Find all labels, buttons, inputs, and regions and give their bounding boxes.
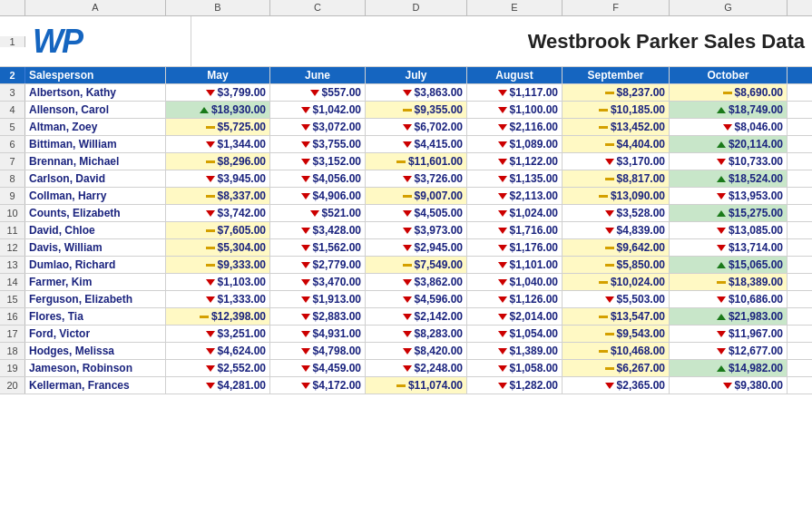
- spreadsheet: A B C D E F G 1 WP Westbrook Parker Sale…: [0, 0, 812, 394]
- cell-inner: $3,152.00: [274, 155, 361, 168]
- cell-inner: $1,100.00: [471, 103, 558, 116]
- down-icon: [403, 124, 412, 131]
- down-icon: [498, 262, 507, 268]
- table-row: 17Ford, Victor$3,251.00$4,931.00$8,283.0…: [0, 326, 812, 343]
- cell-value: $3,170.00: [617, 155, 665, 168]
- cell-inner: $11,967.00: [673, 327, 783, 340]
- cell-inner: $1,344.00: [170, 138, 266, 151]
- cell-inner: $3,799.00: [170, 86, 266, 99]
- cell-value: $13,953.00: [729, 189, 783, 202]
- cell-inner: $4,798.00: [274, 345, 361, 357]
- row-num-18: 18: [0, 343, 25, 359]
- row-num-16: 16: [0, 308, 25, 325]
- value-cell: $1,333.00: [166, 291, 270, 307]
- col-header-b: B: [166, 0, 270, 15]
- cell-inner: $13,090.00: [566, 189, 665, 202]
- cell-value: $18,389.00: [729, 276, 783, 288]
- cell-value: $13,714.00: [729, 241, 783, 254]
- value-cell: $4,839.00: [563, 222, 670, 238]
- down-icon: [403, 279, 412, 286]
- down-icon: [206, 90, 215, 96]
- col-header-d: D: [366, 0, 467, 15]
- salesperson-name: Albertson, Kathy: [25, 84, 166, 101]
- cell-inner: $1,024.00: [471, 207, 558, 219]
- cell-value: $3,470.00: [313, 276, 361, 288]
- cell-inner: $15,065.00: [673, 258, 783, 271]
- cell-inner: $4,172.00: [274, 379, 361, 392]
- down-icon: [403, 176, 412, 182]
- value-cell: $2,883.00: [270, 308, 366, 325]
- cell-value: $5,304.00: [218, 241, 266, 254]
- down-icon: [498, 245, 507, 251]
- value-cell: $5,850.00: [563, 257, 670, 273]
- down-icon: [301, 193, 310, 199]
- value-cell: $6,267.00: [563, 360, 670, 376]
- value-cell: $18,524.00: [670, 170, 788, 187]
- down-icon: [403, 90, 412, 96]
- value-cell: $18,749.00: [670, 102, 788, 118]
- row-num-3: 3: [0, 84, 25, 101]
- cell-value: $2,779.00: [313, 258, 361, 271]
- value-cell: $15,065.00: [670, 257, 788, 273]
- cell-inner: $13,714.00: [673, 241, 783, 254]
- name-text: Ford, Victor: [29, 327, 90, 340]
- cell-value: $8,046.00: [735, 121, 783, 133]
- header-september: September: [563, 67, 670, 83]
- cell-value: $12,677.00: [729, 345, 783, 357]
- down-icon: [717, 159, 726, 165]
- salesperson-name: Davis, William: [25, 239, 166, 256]
- flat-icon: [206, 195, 215, 198]
- flat-icon: [206, 160, 215, 163]
- value-cell: $3,470.00: [270, 274, 366, 290]
- row-num-12: 12: [0, 239, 25, 256]
- table-row: 16Flores, Tia$12,398.00$2,883.00$2,142.0…: [0, 308, 812, 326]
- cell-inner: $4,281.00: [170, 379, 266, 392]
- table-row: 11David, Chloe$7,605.00$3,428.00$3,973.0…: [0, 222, 812, 239]
- value-cell: $4,056.00: [270, 170, 366, 187]
- up-icon: [717, 210, 726, 217]
- row-num-20: 20: [0, 377, 25, 394]
- down-icon: [498, 296, 507, 303]
- cell-value: $3,863.00: [415, 86, 463, 99]
- cell-value: $8,296.00: [218, 155, 266, 168]
- cell-value: $9,355.00: [415, 103, 463, 116]
- cell-value: $3,152.00: [313, 155, 361, 168]
- cell-inner: $11,601.00: [369, 155, 463, 168]
- cell-inner: $5,725.00: [170, 121, 266, 133]
- cell-inner: $11,074.00: [369, 379, 463, 392]
- value-cell: $13,547.00: [563, 308, 670, 325]
- flat-icon: [206, 247, 215, 249]
- name-text: Bittiman, William: [29, 138, 117, 151]
- cell-inner: $2,113.00: [471, 189, 558, 202]
- down-icon: [206, 176, 215, 182]
- value-cell: $1,135.00: [467, 170, 563, 187]
- cell-inner: $2,014.00: [471, 310, 558, 323]
- flat-icon: [396, 384, 406, 387]
- down-icon: [301, 176, 310, 182]
- cell-value: $10,468.00: [611, 345, 665, 357]
- cell-inner: $1,716.00: [471, 224, 558, 237]
- value-cell: $20,114.00: [670, 136, 788, 152]
- down-icon: [403, 331, 412, 337]
- cell-inner: $10,733.00: [673, 155, 783, 168]
- cell-value: $1,176.00: [510, 241, 558, 254]
- down-icon: [723, 124, 732, 131]
- table-row: 9Collman, Harry$8,337.00$4,906.00$9,007.…: [0, 188, 812, 205]
- cell-value: $2,113.00: [510, 189, 558, 202]
- cell-value: $2,883.00: [313, 310, 361, 323]
- cell-value: $8,420.00: [415, 345, 463, 357]
- cell-value: $4,404.00: [617, 138, 665, 151]
- cell-inner: $2,883.00: [274, 310, 361, 323]
- cell-inner: $1,103.00: [170, 276, 266, 288]
- name-text: Ferguson, Elizabeth: [29, 293, 132, 306]
- value-cell: $3,528.00: [563, 205, 670, 221]
- down-icon: [717, 245, 726, 251]
- flat-icon: [599, 109, 608, 112]
- logo: WP: [33, 25, 82, 58]
- row-num-15: 15: [0, 291, 25, 307]
- cell-inner: $5,304.00: [170, 241, 266, 254]
- salesperson-name: Altman, Zoey: [25, 119, 166, 135]
- value-cell: $2,945.00: [366, 239, 467, 256]
- value-cell: $10,024.00: [563, 274, 670, 290]
- cell-value: $4,415.00: [415, 138, 463, 151]
